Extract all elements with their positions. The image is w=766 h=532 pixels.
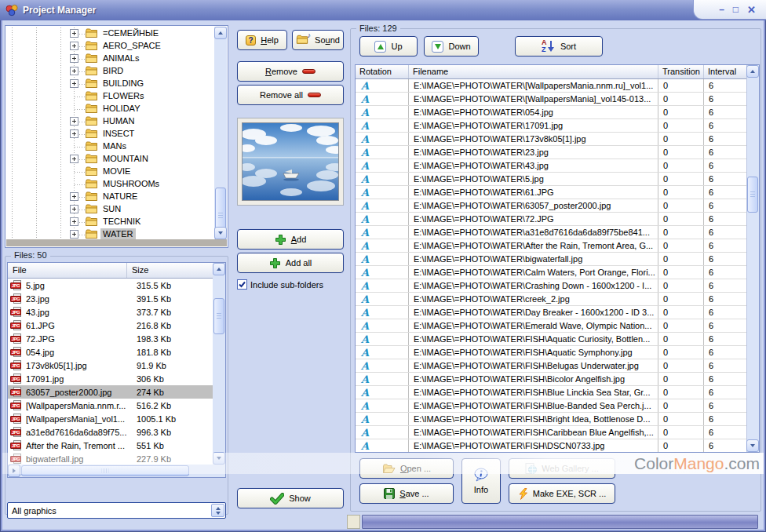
file-list-header[interactable]: File Size <box>8 263 213 279</box>
column-header-size[interactable]: Size <box>127 263 213 278</box>
file-list-row[interactable]: JPG After the Rain, Tremont ... 551 Kb <box>8 439 213 452</box>
playlist-row[interactable]: A E:\IMAGE\=PHOTO\WATER\Crashing Down - … <box>356 279 746 293</box>
expand-plus-icon[interactable] <box>70 42 78 50</box>
tree-item[interactable]: MOVIE <box>5 166 214 178</box>
expand-plus-icon[interactable] <box>70 54 78 63</box>
playlist-table[interactable]: Rotation Filename Transition Interval A … <box>355 64 760 453</box>
tree-item[interactable]: BIRD <box>5 65 214 78</box>
close-button[interactable]: ✕ <box>747 5 756 15</box>
source-file-list[interactable]: File Size JPG 5.jpg 315.5 Kb JPG 23.jpg <box>7 262 226 478</box>
playlist-row[interactable]: A E:\IMAGE\=PHOTO\WATER\[WallpapersMania… <box>356 93 746 106</box>
file-list-row[interactable]: JPG 72.JPG 198.3 Kb <box>8 332 213 345</box>
file-list-row[interactable]: JPG 23.jpg 391.5 Kb <box>8 292 213 305</box>
column-header-rotation[interactable]: Rotation <box>356 65 409 78</box>
playlist-row[interactable]: A E:\IMAGE\=PHOTO\WATER\5.jpg 0 6 <box>356 173 746 186</box>
file-list-row[interactable]: JPG 63057_poster2000.jpg 274 Kb <box>8 385 213 399</box>
tree-item[interactable]: =СЕМЕЙНЫЕ <box>5 27 214 40</box>
expand-plus-icon[interactable] <box>70 29 78 38</box>
open-button[interactable]: Open ... <box>359 458 454 479</box>
tree-item[interactable]: SUN <box>5 203 214 216</box>
playlist-row[interactable]: A E:\IMAGE\=PHOTO\WATER\Emerald Wave, Ol… <box>356 319 746 333</box>
tree-item[interactable]: AERO_SPACE <box>5 40 214 53</box>
playlist-row[interactable]: A E:\IMAGE\=PHOTO\WATER\054.jpg 0 6 <box>356 106 746 119</box>
file-list-row[interactable]: JPG [WallpapersMania.nnm.r... 516.2 Kb <box>8 399 213 412</box>
make-exe-button[interactable]: Make EXE, SCR ... <box>509 483 615 504</box>
playlist-row[interactable]: A E:\IMAGE\=PHOTO\WATER\bigwaterfall.jpg… <box>356 253 746 266</box>
scroll-thumb[interactable] <box>747 177 758 213</box>
tree-item[interactable]: FLOWERs <box>5 90 214 103</box>
scroll-down-button[interactable] <box>213 452 225 465</box>
title-bar[interactable]: Project Manager <box>0 0 766 20</box>
expand-plus-icon[interactable] <box>70 217 78 226</box>
sound-button[interactable]: ♪ Sound <box>292 30 344 50</box>
playlist-row[interactable]: A E:\IMAGE\=PHOTO\WATER\61.JPG 0 6 <box>356 186 746 199</box>
playlist-row[interactable]: A E:\IMAGE\=PHOTO\WATER\FISH\Bright Idea… <box>356 413 746 426</box>
file-list-row[interactable]: JPG 5.jpg 315.5 Kb <box>8 279 213 292</box>
scroll-thumb[interactable] <box>213 298 224 334</box>
tree-horizontal-scrollbar[interactable] <box>6 239 227 246</box>
web-gallery-button[interactable]: Web Gallery ... <box>509 458 615 479</box>
add-all-button[interactable]: Add all <box>237 253 344 273</box>
tree-item[interactable]: BUILDING <box>5 78 214 90</box>
file-list-horizontal-scrollbar[interactable] <box>8 465 225 477</box>
expand-plus-icon[interactable] <box>70 129 78 138</box>
file-list-row[interactable]: JPG 054.jpg 181.8 Kb <box>8 345 213 359</box>
scroll-thumb[interactable] <box>21 465 189 476</box>
playlist-row[interactable]: A E:\IMAGE\=PHOTO\WATER\63057_poster2000… <box>356 199 746 213</box>
file-list-row[interactable]: JPG bigwaterfall.jpg 227.9 Kb <box>8 452 213 465</box>
show-button[interactable]: Show <box>237 488 344 508</box>
column-header-transition[interactable]: Transition <box>658 65 704 78</box>
sort-button[interactable]: AZ Sort <box>515 36 603 56</box>
tree-item[interactable]: MANs <box>5 140 214 153</box>
tree-item[interactable]: TECHNIK <box>5 216 214 228</box>
maximize-button[interactable]: □ <box>733 5 739 14</box>
expand-plus-icon[interactable] <box>70 79 78 88</box>
expand-plus-icon[interactable] <box>70 155 78 163</box>
playlist-row[interactable]: A E:\IMAGE\=PHOTO\WATER\FISH\Caribbean B… <box>356 426 746 439</box>
scroll-up-button[interactable] <box>214 27 227 39</box>
tree-item[interactable]: NATURE <box>5 191 214 203</box>
file-list-row[interactable]: JPG 61.JPG 216.8 Kb <box>8 319 213 332</box>
playlist-row[interactable]: A E:\IMAGE\=PHOTO\WATER\FISH\Blue-Banded… <box>356 399 746 413</box>
scroll-up-button[interactable] <box>213 263 225 275</box>
file-list-row[interactable]: JPG 43.jpg 373.7 Kb <box>8 305 213 319</box>
expand-plus-icon[interactable] <box>70 192 78 201</box>
playlist-row[interactable]: A E:\IMAGE\=PHOTO\WATER\Calm Waters, Por… <box>356 266 746 279</box>
scroll-down-button[interactable] <box>746 439 759 452</box>
expand-plus-icon[interactable] <box>70 230 78 239</box>
playlist-row[interactable]: A E:\IMAGE\=PHOTO\WATER\FISH\Belugas Und… <box>356 359 746 373</box>
tree-item[interactable]: WATER <box>5 228 214 239</box>
include-subfolders-option[interactable]: Include sub-folders <box>237 279 323 290</box>
help-button[interactable]: ? Help <box>237 30 287 50</box>
tree-item[interactable]: ANIMALs <box>5 53 214 65</box>
tree-item[interactable]: HUMAN <box>5 115 214 128</box>
playlist-row[interactable]: A E:\IMAGE\=PHOTO\WATER\After the Rain, … <box>356 239 746 253</box>
tree-item[interactable]: HOLIDAY <box>5 103 214 115</box>
scroll-right-button[interactable] <box>8 465 20 477</box>
checkbox-checked-icon[interactable] <box>237 279 247 290</box>
playlist-row[interactable]: A E:\IMAGE\=PHOTO\WATER\Day Breaker - 16… <box>356 306 746 319</box>
down-button[interactable]: Down <box>424 36 479 56</box>
column-header-filename[interactable]: Filename <box>409 65 658 78</box>
playlist-row[interactable]: A E:\IMAGE\=PHOTO\WATER\17091.jpg 0 6 <box>356 119 746 133</box>
tree-vertical-scrollbar[interactable] <box>214 27 227 239</box>
file-list-row[interactable]: JPG 17091.jpg 306 Kb <box>8 372 213 385</box>
up-button[interactable]: Up <box>359 36 418 56</box>
expand-plus-icon[interactable] <box>70 205 78 213</box>
playlist-row[interactable]: A E:\IMAGE\=PHOTO\WATER\FISH\Blue Lincki… <box>356 386 746 399</box>
playlist-row[interactable]: A E:\IMAGE\=PHOTO\WATER\a31e8d7616da6da8… <box>356 226 746 239</box>
playlist-row[interactable]: A E:\IMAGE\=PHOTO\WATER\FISH\Aquatic Cur… <box>356 333 746 346</box>
expand-plus-icon[interactable] <box>70 67 78 75</box>
info-button[interactable]: Info <box>461 458 501 504</box>
tree-item[interactable]: MUSHROOMs <box>5 178 214 191</box>
playlist-row[interactable]: A E:\IMAGE\=PHOTO\WATER\[WallpapersMania… <box>356 79 746 93</box>
column-header-file[interactable]: File <box>8 263 127 278</box>
file-list-row[interactable]: JPG 173v8k05[1].jpg 91.9 Kb <box>8 359 213 372</box>
playlist-row[interactable]: A E:\IMAGE\=PHOTO\WATER\FISH\Aquatic Sym… <box>356 346 746 359</box>
combo-spinner-icon[interactable] <box>211 504 224 517</box>
playlist-row[interactable]: A E:\IMAGE\=PHOTO\WATER\creek_2.jpg 0 6 <box>356 293 746 306</box>
tree-item[interactable]: INSECT <box>5 128 214 140</box>
playlist-row[interactable]: A E:\IMAGE\=PHOTO\WATER\FISH\Bicolor Ang… <box>356 373 746 386</box>
scroll-up-button[interactable] <box>746 65 759 78</box>
playlist-header[interactable]: Rotation Filename Transition Interval <box>356 65 759 79</box>
